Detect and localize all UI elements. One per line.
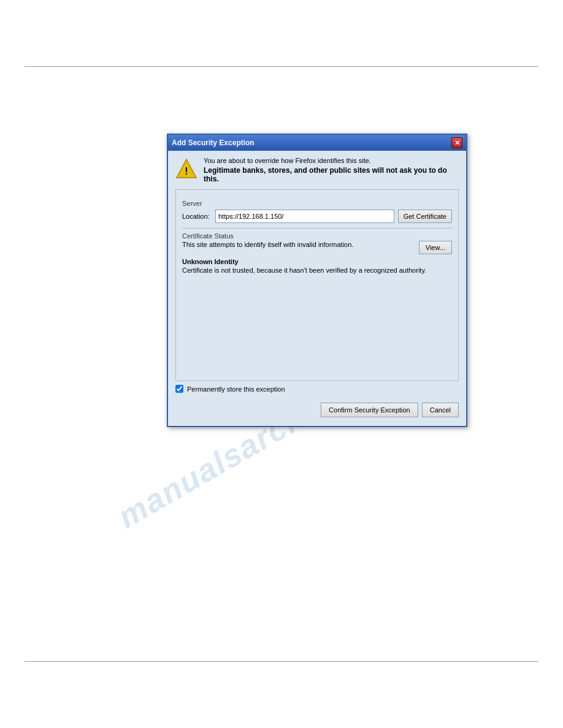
- get-certificate-button[interactable]: Get Certificate: [398, 210, 452, 223]
- dialog-title: Add Security Exception: [172, 138, 255, 147]
- certificate-status-section: Certificate Status This site attempts to…: [182, 232, 452, 254]
- dialog-window: Add Security Exception ✕ ! You are about…: [167, 134, 467, 427]
- main-content-box: Server Location: Get Certificate Certifi…: [175, 189, 459, 381]
- checkbox-label: Permanently store this exception: [187, 385, 285, 393]
- certificate-status-label: Certificate Status: [182, 232, 452, 240]
- dialog-content: ! You are about to override how Firefox …: [168, 151, 466, 426]
- warning-text-area: You are about to override how Firefox id…: [204, 157, 459, 183]
- cancel-button[interactable]: Cancel: [422, 403, 459, 417]
- unknown-identity-section: Unknown Identity Certificate is not trus…: [182, 258, 452, 274]
- confirm-security-exception-button[interactable]: Confirm Security Exception: [321, 403, 418, 417]
- server-section-label: Server: [182, 200, 452, 207]
- warning-line1: You are about to override how Firefox id…: [204, 157, 459, 164]
- location-input[interactable]: [215, 210, 394, 223]
- page-bottom-line: [25, 661, 538, 662]
- bottom-buttons: Confirm Security Exception Cancel: [175, 399, 459, 420]
- unknown-identity-title: Unknown Identity: [182, 258, 452, 265]
- location-label: Location:: [182, 213, 212, 220]
- warning-icon: !: [175, 158, 197, 180]
- page-top-line: [25, 66, 538, 67]
- checkbox-section: Permanently store this exception: [175, 385, 459, 393]
- location-row: Location: Get Certificate: [182, 210, 452, 223]
- view-button[interactable]: View...: [419, 241, 452, 254]
- divider: [182, 228, 452, 229]
- permanently-store-checkbox[interactable]: [175, 385, 183, 393]
- title-bar: Add Security Exception ✕: [168, 135, 466, 151]
- certificate-status-row: This site attempts to identify itself wi…: [182, 241, 452, 254]
- spacer-area: [182, 278, 452, 376]
- svg-text:!: !: [185, 166, 188, 176]
- certificate-status-text: This site attempts to identify itself wi…: [182, 241, 415, 248]
- unknown-identity-text: Certificate is not trusted, because it h…: [182, 267, 452, 274]
- warning-line2: Legitimate banks, stores, and other publ…: [204, 166, 459, 183]
- close-button[interactable]: ✕: [451, 137, 462, 148]
- warning-section: ! You are about to override how Firefox …: [175, 157, 459, 183]
